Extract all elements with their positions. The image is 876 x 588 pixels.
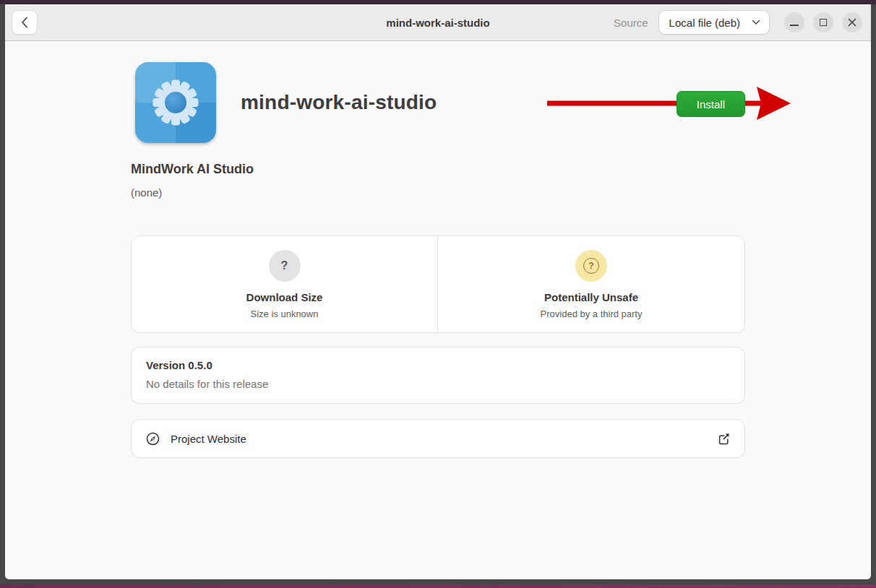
maximize-icon <box>820 19 827 26</box>
project-website-link[interactable]: Project Website <box>131 419 745 458</box>
version-card[interactable]: Version 0.5.0 No details for this releas… <box>131 347 745 404</box>
question-mark-icon: ? <box>269 250 301 282</box>
close-button[interactable] <box>842 12 862 33</box>
app-name-heading: mind-work-ai-studio <box>241 91 437 114</box>
desktop-top-edge <box>0 0 876 4</box>
download-size-tile[interactable]: ? Download Size Size is unknown <box>132 236 438 332</box>
version-title: Version 0.5.0 <box>146 359 730 371</box>
tile-title: Potentially Unsafe <box>544 291 638 303</box>
back-button[interactable] <box>12 10 38 35</box>
minimize-button[interactable] <box>784 12 804 33</box>
close-icon <box>848 18 856 27</box>
software-window: mind-work-ai-studio Source Local file (d… <box>5 4 871 579</box>
annotation-arrow-icon <box>544 83 794 124</box>
minimize-icon <box>790 25 799 26</box>
license-text: (none) <box>131 186 745 199</box>
website-label: Project Website <box>171 433 246 445</box>
chevron-down-icon <box>752 20 760 25</box>
maximize-button[interactable] <box>813 12 833 33</box>
developer-name: MindWork AI Studio <box>131 162 745 177</box>
tile-title: Download Size <box>246 291 323 303</box>
version-subtitle: No details for this release <box>146 378 730 390</box>
content-column: mind-work-ai-studio Install MindWork AI … <box>131 41 745 458</box>
source-dropdown[interactable]: Local file (deb) <box>658 10 770 35</box>
app-icon <box>135 62 216 143</box>
app-details-page: mind-work-ai-studio Install MindWork AI … <box>5 41 871 579</box>
window-title: mind-work-ai-studio <box>386 17 489 29</box>
tile-subtitle: Provided by a third party <box>541 308 643 319</box>
gear-icon <box>145 72 206 133</box>
external-link-icon <box>718 433 730 445</box>
window-controls <box>784 12 862 33</box>
context-tiles-card: ? Download Size Size is unknown ? Potent… <box>131 235 745 333</box>
source-dropdown-value: Local file (deb) <box>669 17 740 29</box>
headerbar: mind-work-ai-studio Source Local file (d… <box>5 4 871 41</box>
desktop-bottom-edge <box>0 584 876 588</box>
safety-tile[interactable]: ? Potentially Unsafe Provided by a third… <box>438 236 744 332</box>
install-button[interactable]: Install <box>677 91 745 117</box>
chevron-left-icon <box>21 17 28 28</box>
tile-subtitle: Size is unknown <box>251 308 319 319</box>
headerbar-right: Source Local file (deb) <box>614 4 862 40</box>
app-header: mind-work-ai-studio Install <box>131 62 745 143</box>
compass-icon <box>146 432 160 446</box>
question-circle-icon: ? <box>575 250 607 282</box>
source-label: Source <box>614 17 648 29</box>
